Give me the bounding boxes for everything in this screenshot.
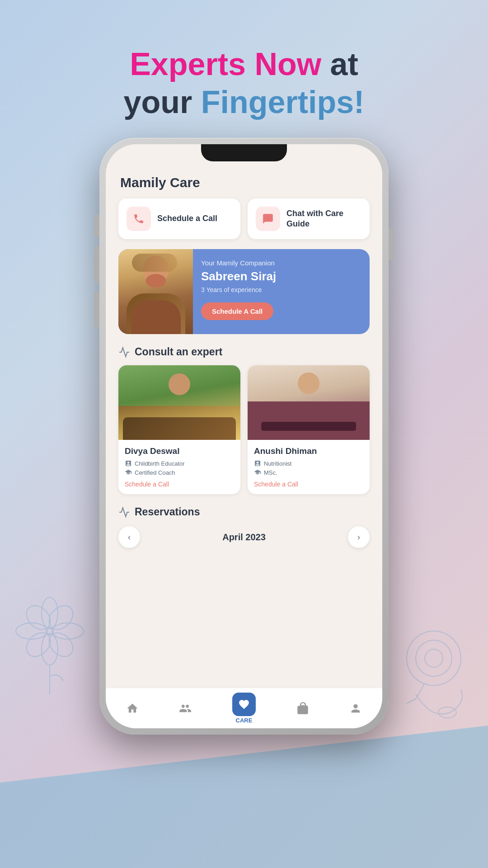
svg-line-15 — [407, 699, 416, 703]
consult-icon — [118, 346, 130, 358]
svg-rect-16 — [297, 708, 308, 708]
expert-card-divya[interactable]: Divya Deswal Childbirth Educator Certifi… — [118, 365, 240, 494]
decor-flower-left — [9, 568, 90, 696]
consult-section-header: Consult an expert — [106, 346, 382, 365]
month-label: April 2023 — [222, 532, 266, 542]
care-label: CARE — [236, 717, 253, 724]
expert-schedule-divya[interactable]: Schedule a Call — [125, 481, 234, 488]
expert-tag1-anushi: Nutritionist — [254, 460, 363, 467]
svg-point-10 — [407, 631, 461, 685]
graduation-icon-divya — [125, 469, 132, 476]
companion-schedule-btn[interactable]: Schedule A Call — [201, 302, 273, 320]
phone-icon — [133, 213, 145, 225]
expert-tag1-divya: Childbirth Educator — [125, 460, 234, 467]
care-heart-icon — [238, 698, 250, 710]
svg-line-14 — [416, 683, 425, 699]
phone-outer: Mamily Care Schedule a Call Chat with Ca — [99, 138, 389, 735]
schedule-call-icon-bg — [127, 207, 151, 231]
companion-name: Sabreen Siraj — [201, 269, 361, 283]
nav-care[interactable]: CARE — [232, 693, 256, 724]
schedule-call-label: Schedule a Call — [157, 213, 217, 224]
expert-tag2-anushi: MSc. — [254, 469, 363, 476]
reservations-title: Reservations — [135, 506, 200, 518]
community-icon — [179, 702, 192, 715]
expert-tag2-divya: Certified Coach — [125, 469, 234, 476]
expert-photo-anushi — [248, 365, 370, 440]
header-title: Experts Now at your Fingertips! — [0, 45, 488, 121]
at-text: at — [321, 47, 358, 82]
expert-card-anushi[interactable]: Anushi Dhiman Nutritionist MSc. Schedule… — [248, 365, 370, 494]
next-month-btn[interactable]: › — [348, 526, 370, 548]
profile-icon — [349, 702, 362, 715]
home-icon — [126, 702, 139, 715]
companion-card[interactable]: Your Mamily Companion Sabreen Siraj 3 Ye… — [118, 249, 370, 334]
graduation-icon-anushi — [254, 469, 261, 476]
svg-point-11 — [416, 640, 452, 676]
consult-title: Consult an expert — [135, 346, 222, 358]
companion-info: Your Mamily Companion Sabreen Siraj 3 Ye… — [193, 249, 370, 334]
reservations-header: Reservations — [118, 506, 370, 518]
screen-content: Mamily Care Schedule a Call Chat with Ca — [106, 162, 382, 688]
care-icon-container — [232, 693, 256, 716]
chat-icon — [262, 213, 274, 225]
expert-name-divya: Divya Deswal — [125, 446, 234, 456]
expert-photo-divya — [118, 365, 240, 440]
calendar-nav: ‹ April 2023 › — [118, 526, 370, 548]
your-text: your — [124, 85, 201, 120]
chat-care-label: Chat with Care Guide — [286, 208, 361, 230]
svg-point-13 — [438, 707, 456, 718]
app-title: Mamily Care — [106, 162, 382, 198]
chat-icon-bg — [256, 207, 280, 231]
expert-info-anushi: Anushi Dhiman Nutritionist MSc. Schedule… — [248, 440, 370, 494]
chat-care-guide-button[interactable]: Chat with Care Guide — [248, 198, 370, 239]
companion-photo — [118, 249, 193, 334]
companion-experience: 3 Years of experience — [201, 286, 361, 293]
nav-profile[interactable] — [349, 702, 362, 715]
cross-icon-anushi — [254, 460, 261, 467]
phone-inner: Mamily Care Schedule a Call Chat with Ca — [106, 144, 382, 728]
nav-home[interactable] — [126, 702, 139, 715]
fingertips-text: Fingertips! — [201, 85, 365, 120]
expert-schedule-anushi[interactable]: Schedule a Call — [254, 481, 363, 488]
phone-notch — [201, 144, 287, 161]
experts-now-text: Experts Now — [130, 47, 321, 82]
reservations-section: Reservations ‹ April 2023 › — [106, 506, 382, 557]
experts-grid: Divya Deswal Childbirth Educator Certifi… — [106, 365, 382, 506]
schedule-call-button[interactable]: Schedule a Call — [118, 198, 240, 239]
svg-point-12 — [425, 649, 443, 667]
expert-name-anushi: Anushi Dhiman — [254, 446, 363, 456]
companion-subtitle: Your Mamily Companion — [201, 259, 361, 267]
nav-briefcase[interactable] — [296, 702, 309, 715]
expert-info-divya: Divya Deswal Childbirth Educator Certifi… — [118, 440, 240, 494]
quick-actions-container: Schedule a Call Chat with Care Guide — [106, 198, 382, 249]
prev-month-btn[interactable]: ‹ — [118, 526, 140, 548]
briefcase-icon — [296, 702, 309, 715]
cross-icon-divya — [125, 460, 132, 467]
phone-wrapper: Mamily Care Schedule a Call Chat with Ca — [99, 138, 389, 735]
reservations-icon — [118, 506, 130, 518]
bottom-nav: CARE — [106, 688, 382, 728]
nav-community[interactable] — [179, 702, 192, 715]
decor-spiral-right — [389, 604, 479, 732]
